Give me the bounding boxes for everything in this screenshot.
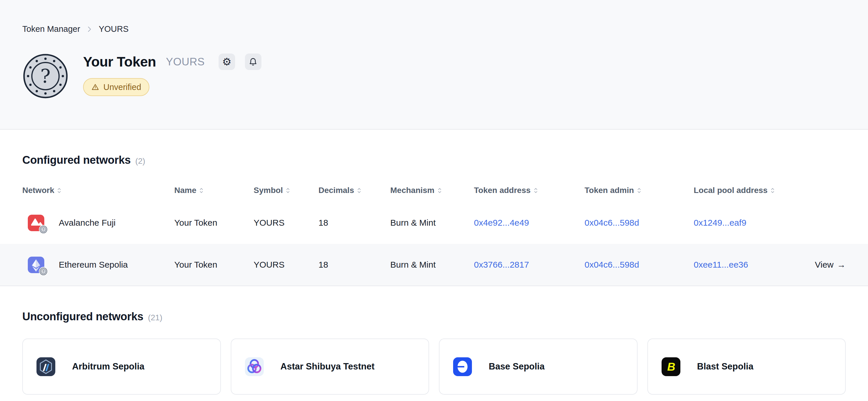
sort-icon bbox=[357, 187, 361, 194]
status-badge-label: Unverified bbox=[103, 82, 141, 92]
svg-text:?: ? bbox=[42, 270, 44, 273]
svg-text:B: B bbox=[667, 360, 675, 373]
settings-button[interactable]: ⚙ bbox=[219, 54, 235, 70]
network-name: Avalanche Fuji bbox=[59, 218, 116, 228]
svg-text:?: ? bbox=[42, 228, 44, 231]
view-link[interactable]: View → bbox=[815, 260, 846, 270]
page-header-section: Token Manager YOURS ? Your Token bbox=[0, 0, 868, 130]
configured-networks-title: Configured networks bbox=[22, 154, 131, 166]
cell-decimals: 18 bbox=[318, 260, 390, 270]
ethereum-network-icon: ? bbox=[28, 257, 44, 273]
network-name: Ethereum Sepolia bbox=[59, 260, 128, 270]
table-row[interactable]: ? Ethereum Sepolia Your Token YOURS 18 B… bbox=[0, 244, 868, 286]
table-row[interactable]: ? Avalanche Fuji Your Token YOURS 18 Bur… bbox=[22, 202, 846, 244]
token-mini-coin-icon: ? bbox=[39, 267, 48, 276]
arbitrum-network-icon bbox=[36, 357, 55, 376]
cell-symbol: YOURS bbox=[254, 218, 318, 228]
network-card-blast-sepolia[interactable]: B Blast Sepolia bbox=[647, 338, 846, 395]
column-header-local-pool-address[interactable]: Local pool address bbox=[694, 186, 792, 195]
card-network-name: Base Sepolia bbox=[489, 361, 545, 372]
table-header-row: Network Name Symbol Decimals Mechanism T… bbox=[22, 179, 846, 202]
main-content: Configured networks (2) Network Name Sym… bbox=[0, 130, 868, 395]
cell-decimals: 18 bbox=[318, 218, 390, 228]
cell-symbol: YOURS bbox=[254, 260, 318, 270]
base-network-icon bbox=[453, 357, 472, 376]
column-header-token-address[interactable]: Token address bbox=[474, 186, 585, 195]
token-mini-coin-icon: ? bbox=[39, 225, 48, 234]
token-admin-link[interactable]: 0x04c6...598d bbox=[585, 218, 694, 228]
astar-network-icon bbox=[245, 357, 264, 376]
sort-icon bbox=[286, 187, 290, 194]
gear-icon: ⚙ bbox=[222, 57, 231, 67]
sort-icon bbox=[770, 187, 775, 194]
column-header-decimals[interactable]: Decimals bbox=[318, 186, 390, 195]
column-header-network[interactable]: Network bbox=[22, 186, 174, 195]
warning-triangle-icon bbox=[91, 83, 99, 91]
unconfigured-networks-count: (21) bbox=[148, 313, 162, 322]
avalanche-network-icon: ? bbox=[28, 215, 44, 231]
token-symbol: YOURS bbox=[166, 56, 205, 68]
cell-name: Your Token bbox=[174, 260, 254, 270]
column-header-token-admin[interactable]: Token admin bbox=[585, 186, 694, 195]
notifications-button[interactable] bbox=[245, 54, 261, 70]
column-header-symbol[interactable]: Symbol bbox=[254, 186, 318, 195]
column-header-mechanism[interactable]: Mechanism bbox=[390, 186, 474, 195]
page-title: Your Token bbox=[83, 54, 156, 70]
network-card-arbitrum-sepolia[interactable]: Arbitrum Sepolia bbox=[22, 338, 221, 395]
sort-icon bbox=[57, 187, 61, 194]
local-pool-address-link[interactable]: 0xee11...ee36 bbox=[694, 260, 792, 270]
avatar-question-glyph: ? bbox=[40, 65, 51, 88]
breadcrumb-token-manager[interactable]: Token Manager bbox=[22, 24, 80, 34]
cell-mechanism: Burn & Mint bbox=[390, 260, 474, 270]
network-card-base-sepolia[interactable]: Base Sepolia bbox=[439, 338, 638, 395]
cell-mechanism: Burn & Mint bbox=[390, 218, 474, 228]
unconfigured-networks-title: Unconfigured networks bbox=[22, 310, 143, 323]
sort-icon bbox=[534, 187, 538, 194]
blast-network-icon: B bbox=[661, 357, 680, 376]
card-network-name: Arbitrum Sepolia bbox=[72, 361, 145, 372]
breadcrumb: Token Manager YOURS bbox=[22, 0, 846, 34]
token-admin-link[interactable]: 0x04c6...598d bbox=[585, 260, 694, 270]
local-pool-address-link[interactable]: 0x1249...eaf9 bbox=[694, 218, 792, 228]
sort-icon bbox=[437, 187, 442, 194]
arrow-right-icon: → bbox=[837, 260, 846, 270]
sort-icon bbox=[637, 187, 641, 194]
sort-icon bbox=[199, 187, 204, 194]
token-avatar: ? bbox=[22, 53, 69, 99]
token-address-link[interactable]: 0x3766...2817 bbox=[474, 260, 585, 270]
bell-icon bbox=[248, 57, 258, 67]
unconfigured-networks-grid: Arbitrum Sepolia bbox=[22, 338, 846, 395]
card-network-name: Blast Sepolia bbox=[697, 361, 754, 372]
status-badge-unverified: Unverified bbox=[83, 78, 149, 96]
configured-networks-table: Network Name Symbol Decimals Mechanism T… bbox=[22, 179, 846, 286]
column-header-name[interactable]: Name bbox=[174, 186, 254, 195]
cell-name: Your Token bbox=[174, 218, 254, 228]
configured-networks-count: (2) bbox=[135, 157, 145, 166]
network-card-astar-shibuya-testnet[interactable]: Astar Shibuya Testnet bbox=[231, 338, 429, 395]
card-network-name: Astar Shibuya Testnet bbox=[281, 361, 375, 372]
breadcrumb-current: YOURS bbox=[99, 24, 129, 34]
token-address-link[interactable]: 0x4e92...4e49 bbox=[474, 218, 585, 228]
chevron-right-icon bbox=[87, 26, 92, 33]
